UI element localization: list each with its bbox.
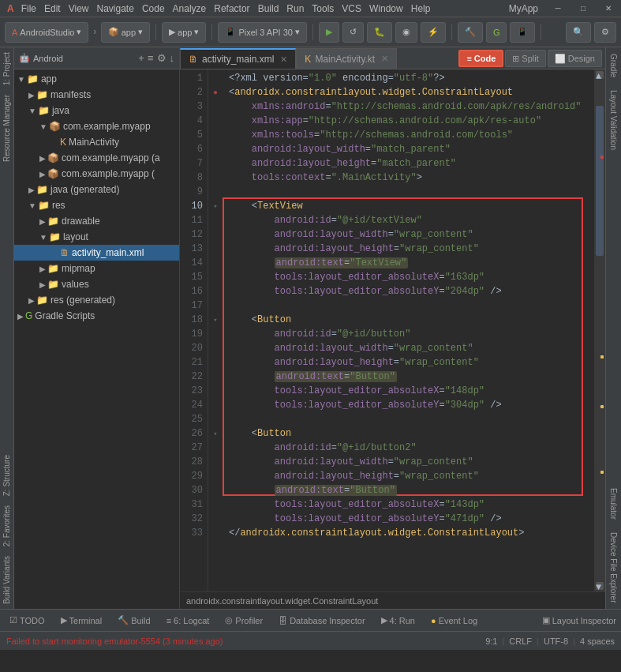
sidebar-item-resource-manager[interactable]: Resource Manager [1,90,13,167]
sidebar-item-favorites[interactable]: 2: Favorites [1,501,13,551]
sync-button[interactable]: ↺ [342,22,364,43]
device-icon: 📱 [225,27,236,37]
menu-vcs[interactable]: VCS [342,3,361,14]
sidebar-item-emulator[interactable]: Emulator [608,482,619,526]
gutter-fold-10[interactable]: ▾ [208,199,223,213]
menu-analyze[interactable]: Analyze [173,3,207,14]
tree-item-values[interactable]: ▶ 📁 values [14,276,179,292]
run-config-dropdown[interactable]: ▶ app ▾ [162,22,206,43]
run-button[interactable]: ▶ [319,22,339,43]
menu-view[interactable]: View [69,3,89,14]
tree-item-java[interactable]: ▼ 📁 java [14,103,179,118]
menu-navigate[interactable]: Navigate [97,3,134,14]
avd-button[interactable]: 📱 [510,22,535,43]
bottom-tab-run[interactable]: ▶ 4: Run [376,614,420,627]
bottom-tab-build[interactable]: 🔨 Build [113,614,155,627]
code-line-25 [229,412,588,426]
tree-item-drawable[interactable]: ▶ 📁 drawable [14,213,179,229]
bottom-tab-layout-inspector[interactable]: ▣ Layout Inspector [542,615,616,625]
view-design-button[interactable]: ⬜ Design [548,50,602,67]
sidebar-item-layout-validation[interactable]: Layout Validation [608,84,619,156]
minimize-icon[interactable]: ─ [552,3,563,14]
menu-help[interactable]: Help [411,3,431,14]
tab-xml-icon: 🗎 [189,54,198,65]
bottom-tab-terminal[interactable]: ▶ Terminal [56,614,107,627]
tree-item-layout[interactable]: ▼ 📁 layout [14,229,179,245]
separator-1 [155,24,156,40]
menu-code[interactable]: Code [142,3,165,14]
tree-label-package-test: com.example.myapp (a [62,152,160,163]
line-num-18: 18 [180,313,203,327]
tree-item-package-test[interactable]: ▶ 📦 com.example.myapp (a [14,150,179,166]
view-split-button[interactable]: ⊞ Split [505,50,545,67]
collapse-icon[interactable]: ≡ [148,52,154,64]
project-dropdown[interactable]: A AndroidStudio ▾ [5,22,88,43]
close-icon[interactable]: ✕ [603,3,614,14]
scrollbar-down-arrow[interactable]: ▼ [596,582,604,590]
menu-run[interactable]: Run [286,3,304,14]
menu-file[interactable]: File [21,3,36,14]
arrow-app: ▼ [17,75,25,84]
tab-activity-main[interactable]: 🗎 activity_main.xml ✕ [180,48,296,69]
app-name: MyApp [509,3,538,14]
settings-button[interactable]: ⚙ [594,22,616,43]
settings-gear-icon[interactable]: ⚙ [157,52,166,64]
bottom-tab-todo[interactable]: ☑ TODO [5,614,50,627]
bottom-tab-logcat[interactable]: ≡ 6: Logcat [162,614,215,627]
scrollbar-up-arrow[interactable]: ▲ [596,71,604,79]
tree-label-package-main: com.example.myapp [63,121,151,132]
sidebar-item-gradle[interactable]: Gradle [608,47,619,84]
tree-item-package-main[interactable]: ▼ 📦 com.example.myapp [14,118,179,134]
tree-item-app[interactable]: ▼ 📁 app [14,71,179,87]
gutter-fold-18[interactable]: ▾ [208,313,223,327]
maximize-icon[interactable]: □ [578,3,589,14]
search-everywhere-button[interactable]: 🔍 [566,22,591,43]
status-sep-3: | [573,636,575,646]
tree-item-mipmap[interactable]: ▶ 📁 mipmap [14,261,179,276]
settings-icon: ⚙ [601,27,609,37]
code-content[interactable]: <?xml version="1.0" encoding="utf-8"?> <… [223,69,594,542]
menu-refactor[interactable]: Refactor [214,3,249,14]
module-dropdown[interactable]: 📦 app ▾ [101,22,150,43]
gutter-7 [208,156,223,171]
profile-button[interactable]: ◉ [395,22,417,43]
expand-icon[interactable]: ↓ [170,52,175,64]
gutter-fold-26[interactable]: ▾ [208,426,223,441]
sidebar-item-build-variants[interactable]: Build Variants [1,551,13,609]
tab-activity-main-close[interactable]: ✕ [280,54,287,65]
tree-item-manifests[interactable]: ▶ 📁 manifests [14,87,179,103]
sidebar-item-device-file-explorer[interactable]: Device File Explorer [608,526,619,609]
tab-main-activity-close[interactable]: ✕ [381,54,388,64]
attach-button[interactable]: ⚡ [421,22,446,43]
tree-item-res-generated[interactable]: ▶ 📁 res (generated) [14,292,179,308]
module-icon: 📦 [108,27,119,37]
sidebar-item-project[interactable]: 1: Project [1,47,13,90]
menu-build[interactable]: Build [258,3,279,14]
tree-item-activity-main[interactable]: 🗎 activity_main.xml [14,245,179,261]
debug-button[interactable]: 🐛 [367,22,392,43]
tree-item-package-test2[interactable]: ▶ 📦 com.example.myapp ( [14,166,179,182]
tree-item-mainactivity[interactable]: K MainActivity [14,134,179,150]
bottom-tab-event-log[interactable]: ● Event Log [426,614,482,627]
run-tab-icon: ▶ [381,615,387,625]
scrollbar-gutter[interactable]: ▲ ▼ [594,69,605,591]
scrollbar-thumb[interactable] [596,106,604,256]
sidebar-item-z-structure[interactable]: Z: Structure [1,450,13,501]
menu-tools[interactable]: Tools [312,3,334,14]
bottom-tab-db[interactable]: 🗄 Database Inspector [274,614,369,627]
tree-item-gradle-scripts[interactable]: ▶ G Gradle Scripts [14,308,179,324]
bottom-tab-profiler[interactable]: ◎ Profiler [220,614,267,627]
project-view-label: Android [33,54,63,63]
tree-item-java-generated[interactable]: ▶ 📁 java (generated) [14,182,179,197]
build-button[interactable]: 🔨 [458,22,483,43]
device-dropdown[interactable]: 📱 Pixel 3 API 30 ▾ [218,22,307,43]
gradle-button[interactable]: G [486,22,507,43]
code-line-12: android:layout_width="wrap_content" [229,227,588,242]
tree-item-res[interactable]: ▼ 📁 res [14,197,179,213]
view-code-button[interactable]: ≡ Code [458,50,503,67]
menu-window[interactable]: Window [369,3,403,14]
menu-edit[interactable]: Edit [44,3,61,14]
add-item-icon[interactable]: + [138,52,144,64]
window-controls: ─ □ ✕ [548,3,618,14]
tab-main-activity[interactable]: K MainActivity.kt ✕ [296,48,397,69]
